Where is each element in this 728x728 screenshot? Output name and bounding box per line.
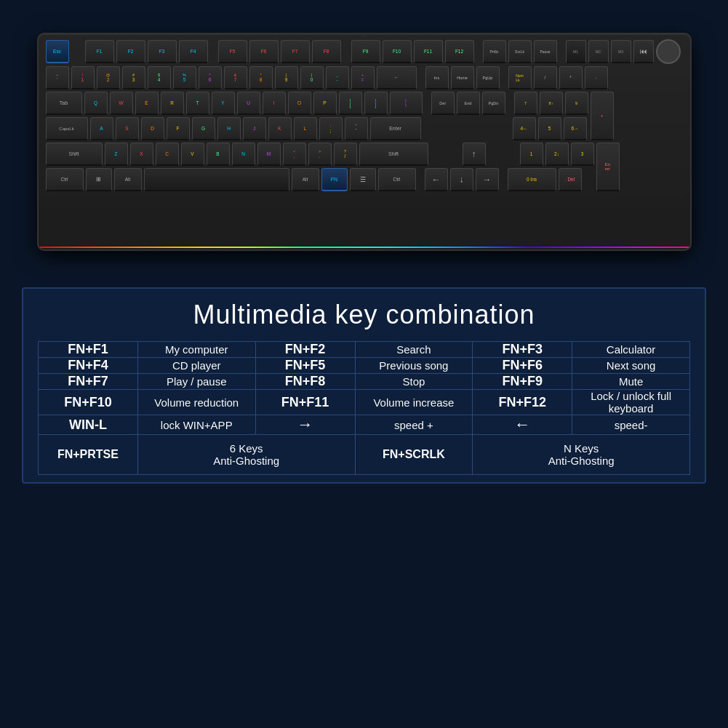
key-d: D [141,117,164,140]
key-y: Y [212,92,235,115]
key-fn-f6: FN+F6 [473,358,572,374]
key-f6: F6 [249,40,279,63]
keyboard-section: Esc F1 F2 F3 F4 F5 F6 F7 F8 F9 F10 F11 F… [0,0,728,284]
key-f4: F4 [179,40,208,63]
key-f8: F8 [312,40,341,63]
key-fn-scrlk: FN+SCRLK [355,435,473,475]
key-num-1: 1 [520,143,543,166]
key-8: *8 [249,66,273,89]
key-f10: F10 [383,40,412,63]
key-f12: F12 [445,40,474,63]
desc-calculator: Calculator [572,342,690,358]
key-f7: F7 [281,40,310,63]
table-row: FN+F1 My computer FN+F2 Search FN+F3 Cal… [39,342,690,358]
key-caps: CapsLk [46,117,88,140]
key-backslash: |\ [390,92,423,115]
key-minus: _- [326,66,349,89]
key-m2: M2 [588,40,609,63]
key-arrow-left: ← [473,415,572,435]
desc-mute: Mute [572,374,690,390]
key-r: R [161,92,184,115]
key-num-8: 8↑ [540,92,563,115]
key-num-mul: * [559,66,583,89]
key-num-minus: - [585,66,608,89]
desc-volume-reduction: Volume reduction [137,390,255,415]
key-3: #3 [122,66,145,89]
key-f1: F1 [85,40,114,63]
volume-knob [656,39,681,64]
key-shift-left: Shift [46,143,103,166]
key-ctrl-left: Ctrl [46,168,84,191]
key-left: ← [425,168,448,191]
key-fn-f4: FN+F4 [39,358,138,374]
key-u: U [237,92,260,115]
table-row: FN+F7 Play / pause FN+F8 Stop FN+F9 Mute [39,374,690,390]
desc-stop: Stop [355,374,473,390]
key-win-l: WIN-L [39,415,138,435]
key-menu: ☰ [350,168,376,191]
key-alt-right: Alt [292,168,319,191]
key-num-dot: . Del [559,168,582,191]
key-fn-f3: FN+F3 [473,342,572,358]
key-prev: ⏮ [633,40,654,63]
key-down: ↓ [450,168,473,191]
key-e: E [135,92,159,115]
key-right: → [476,168,499,191]
table-row-last: FN+PRTSE 6 Keys Anti-Ghosting FN+SCRLK N… [39,435,690,475]
key-fn: FN [321,168,348,191]
desc-search: Search [355,342,473,358]
key-k: K [268,117,292,140]
desc-speed-minus: speed- [572,415,690,435]
key-l: L [294,117,317,140]
key-quote: "' [345,117,368,140]
key-2: @2 [97,66,120,89]
key-ctrl-right: Ctrl [378,168,416,191]
key-num-3: 3 [571,143,594,166]
key-g: G [192,117,215,140]
key-rbracket: }] [364,92,388,115]
key-num-lock: NumLk [508,66,532,89]
desc-lock-win-app: lock WIN+APP [137,415,255,435]
key-f3: F3 [148,40,177,63]
key-semicolon: :; [319,117,343,140]
key-f9: F9 [351,40,380,63]
key-alt-left: Alt [114,168,142,191]
key-num-6: 6→ [564,117,587,140]
key-num-enter: Enter [596,143,620,191]
key-fn-f7: FN+F7 [39,374,138,390]
key-5: %5 [173,66,196,89]
key-o: O [288,92,311,115]
key-m1: M1 [566,40,586,63]
desc-nkeys: N Keys Anti-Ghosting [473,435,690,475]
key-pgdn: PgDn [482,92,505,115]
key-m3: M3 [611,40,631,63]
key-esc: Esc [46,40,69,63]
key-z: Z [105,143,128,166]
key-n: N [232,143,255,166]
key-num-5: 5 [538,117,561,140]
key-w: W [110,92,133,115]
key-6: ^6 [199,66,222,89]
key-backspace: ← [377,66,417,89]
key-f: F [167,117,190,140]
key-fn-f8: FN+F8 [255,374,355,390]
desc-previous-song: Previous song [355,358,473,374]
key-num-9: 9 [565,92,588,115]
key-pgup: PgUp [476,66,500,89]
key-ins: Ins [425,66,449,89]
key-b: B [207,143,230,166]
key-num-0: 0 Ins [508,168,556,191]
key-pause: Pause [534,40,557,63]
key-4: $4 [148,66,171,89]
key-scrlk: ScrLk [508,40,532,63]
key-i: I [263,92,286,115]
key-tab: Tab [46,92,82,115]
key-win-left: ⊞ [86,168,112,191]
key-a: A [90,117,113,140]
key-comma: <, [283,143,306,166]
key-num-4: 4← [513,117,536,140]
key-arrow-right: → [255,415,355,435]
key-f2: F2 [116,40,145,63]
key-lbracket: {[ [339,92,362,115]
key-fn-f5: FN+F5 [255,358,355,374]
